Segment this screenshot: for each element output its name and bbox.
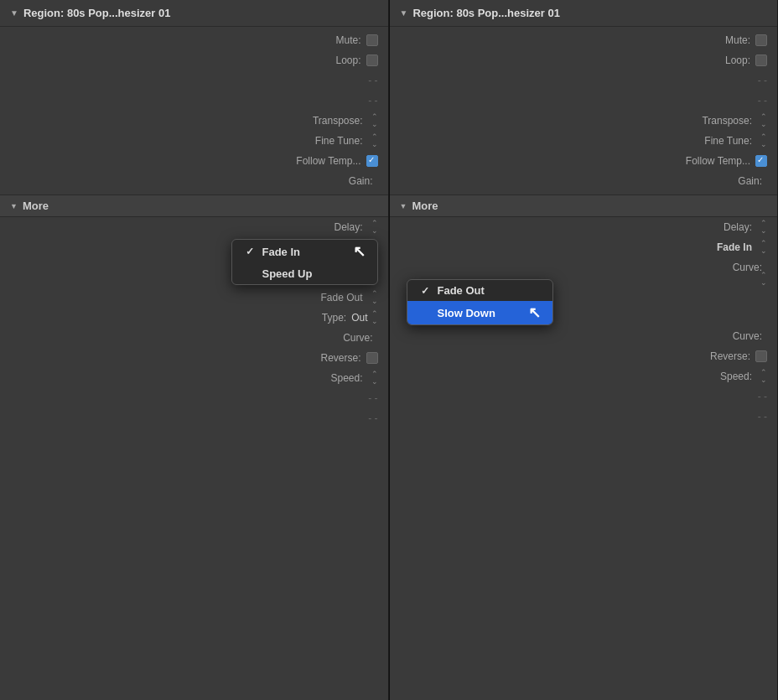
left-fadein-checkmark: ✓ [244,246,256,257]
right-panel-header: ▼ Region: 80s Pop...hesizer 01 [390,0,778,27]
left-more-section[interactable]: ▼ More [0,194,388,217]
left-type-value: Out [351,312,367,324]
right-speed-label: Speed: [720,371,752,382]
left-delay-stepper[interactable] [371,220,378,235]
right-followtempo-label: Follow Temp... [686,155,750,167]
right-dashes-3: - - [390,386,778,407]
left-gain-row: Gain: [0,171,388,191]
right-curve-bottom-row: Curve: [390,326,778,346]
left-speed-stepper[interactable] [371,371,378,386]
left-fadeout-row: Fade Out [0,288,388,308]
left-dashes-4: - - [0,408,388,428]
left-panel: ▼ Region: 80s Pop...hesizer 01 Mute: Loo… [0,0,389,700]
right-fadein-stepper[interactable] [760,240,767,255]
left-speedup-label: Speed Up [262,267,313,280]
left-type-stepper[interactable] [371,310,378,325]
right-fadeout-dropdown: ✓ Fade Out Slow Down ↖ [407,279,553,325]
right-dashes-2-text: - - [397,95,768,106]
left-delay-label: Delay: [334,221,362,233]
right-fadeout-label: Fade Out [438,284,485,297]
left-panel-title: Region: 80s Pop...hesizer 01 [23,7,171,19]
right-fadein-row: Fade In [390,237,778,257]
right-panel-title: Region: 80s Pop...hesizer 01 [412,7,560,19]
right-mute-checkbox[interactable] [755,34,767,46]
left-transpose-row: Transpose: [0,111,388,131]
left-dashes-2-text: - - [7,95,378,106]
right-panel: ▼ Region: 80s Pop...hesizer 01 Mute: Loo… [390,0,779,700]
right-slowdown-cursor: ↖ [528,305,541,320]
left-panel-header: ▼ Region: 80s Pop...hesizer 01 [0,0,388,27]
right-slowdown-label: Slow Down [438,307,495,319]
left-followtempo-row: Follow Temp... [0,151,388,171]
right-slowdown-option[interactable]: Slow Down ↖ [407,301,552,324]
right-reverse-row: Reverse: [390,346,778,366]
right-fadein-label: Fade In [717,241,752,253]
right-curve-top-row: Curve: [390,257,778,277]
right-more-section[interactable]: ▼ More [390,194,778,217]
left-fadein-option[interactable]: ✓ Fade In ↖ [232,240,377,263]
right-reverse-checkbox[interactable] [755,350,767,362]
right-speed-stepper[interactable] [760,369,767,384]
left-transpose-stepper[interactable] [371,113,378,128]
left-panel-body: Mute: Loop: - - - - Transpose: Fine Tune… [0,27,388,700]
right-panel-triangle[interactable]: ▼ [400,8,408,18]
right-transpose-stepper[interactable] [760,113,767,128]
right-gain-label: Gain: [738,175,762,187]
right-delay-stepper[interactable] [760,220,767,235]
right-more-triangle: ▼ [400,202,407,210]
right-dashes-1: - - [390,70,778,91]
left-curve-label: Curve: [343,332,372,344]
right-dashes-1-text: - - [397,75,768,86]
right-dropdown-stepper[interactable] [760,272,767,287]
left-reverse-label: Reverse: [320,352,360,364]
left-mute-checkbox[interactable] [366,34,378,46]
left-fadein-label: Fade In [262,246,301,258]
left-dashes-4-text: - - [7,412,378,424]
right-dashes-4-text: - - [397,411,768,423]
left-dashes-1-text: - - [7,75,378,86]
right-mute-row: Mute: [390,30,778,50]
right-transpose-row: Transpose: [390,111,778,131]
left-finetune-label: Fine Tune: [315,135,363,147]
right-fadeout-option[interactable]: ✓ Fade Out [407,280,552,301]
left-finetune-row: Fine Tune: [0,131,388,151]
right-followtempo-checkbox[interactable] [755,155,767,167]
left-mute-label: Mute: [335,34,360,46]
left-gain-label: Gain: [349,175,373,187]
right-gain-row: Gain: [390,171,778,191]
left-fadein-cursor: ↖ [353,244,366,259]
left-reverse-checkbox[interactable] [366,352,378,364]
left-reverse-row: Reverse: [0,348,388,368]
right-loop-label: Loop: [725,54,750,66]
left-type-label: Type: [322,312,346,324]
right-mute-label: Mute: [725,34,750,46]
left-delay-row: Delay: [0,217,388,237]
left-fadeout-stepper[interactable] [371,290,378,305]
left-fadein-dropdown: ✓ Fade In ↖ Speed Up [231,239,378,285]
right-transpose-label: Transpose: [702,115,752,127]
left-dashes-2: - - [0,91,388,111]
right-loop-checkbox[interactable] [755,54,767,66]
left-type-row: Type: Out [0,308,388,328]
left-dashes-1: - - [0,70,388,91]
right-followtempo-row: Follow Temp... [390,151,778,171]
left-more-triangle: ▼ [10,202,18,210]
left-speed-row: Speed: [0,368,388,388]
right-dashes-3-text: - - [397,391,768,402]
left-loop-row: Loop: [0,50,388,70]
left-loop-checkbox[interactable] [366,54,378,66]
left-finetune-stepper[interactable] [371,133,378,148]
left-speedup-option[interactable]: Speed Up [232,263,377,284]
right-finetune-row: Fine Tune: [390,131,778,151]
right-loop-row: Loop: [390,50,778,70]
right-curve-bottom-label: Curve: [733,330,762,342]
right-dashes-4: - - [390,407,778,427]
right-dropdown-right-arrow [757,272,767,287]
left-followtempo-checkbox[interactable] [366,155,378,167]
right-delay-label: Delay: [724,221,752,233]
left-curve-row: Curve: [0,328,388,348]
right-finetune-stepper[interactable] [760,133,767,148]
left-panel-triangle[interactable]: ▼ [10,8,18,18]
left-mute-row: Mute: [0,30,388,50]
right-panel-body: Mute: Loop: - - - - Transpose: Fine Tune… [390,27,778,700]
